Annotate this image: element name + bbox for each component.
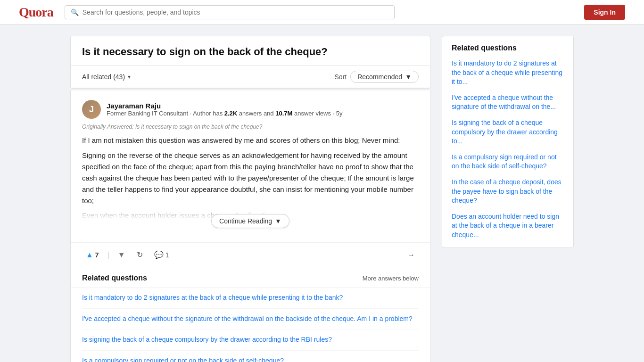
related-inside-title: Related questions bbox=[82, 274, 147, 282]
comment-button[interactable]: 💬 1 bbox=[150, 248, 173, 261]
share-arrow-icon: → bbox=[407, 251, 415, 259]
author-meta: Former Banking IT Consultant · Author ha… bbox=[107, 110, 343, 117]
all-related-label: All related (43) bbox=[82, 73, 125, 81]
search-bar: 🔍 bbox=[65, 5, 395, 19]
upvote-icon: ▲ bbox=[86, 251, 93, 259]
action-bar: ▲ 7 | ▼ ↻ 💬 1 → bbox=[71, 242, 430, 267]
related-sidebar-title: Related questions bbox=[452, 44, 564, 52]
author-row: J Jayaraman Raju Former Banking IT Consu… bbox=[82, 100, 419, 119]
upvote-button[interactable]: ▲ 7 bbox=[82, 249, 103, 261]
chevron-down-icon: ▾ bbox=[128, 74, 131, 80]
comment-count: 1 bbox=[165, 251, 169, 259]
all-related-filter[interactable]: All related (43) ▾ bbox=[82, 73, 131, 81]
related-inside-item-2[interactable]: I've accepted a cheque without the signa… bbox=[82, 309, 419, 330]
search-icon: 🔍 bbox=[71, 8, 79, 16]
sidebar-related-link-2[interactable]: I've accepted a cheque without the signa… bbox=[452, 93, 564, 112]
author-info: Jayaraman Raju Former Banking IT Consult… bbox=[107, 102, 343, 117]
answer-paragraph-1: If I am not mistaken this question was a… bbox=[82, 135, 419, 146]
related-inside-list: Is it mandatory to do 2 signatures at th… bbox=[71, 288, 430, 362]
answer-paragraph-2: Signing on the reverse of the cheque ser… bbox=[82, 150, 419, 206]
answer-text: If I am not mistaken this question was a… bbox=[82, 135, 419, 206]
more-answers-below: More answers below bbox=[363, 275, 419, 282]
answer-card: J Jayaraman Raju Former Banking IT Consu… bbox=[70, 90, 430, 267]
sidebar-related-link-3[interactable]: Is signing the back of a cheque compulso… bbox=[452, 118, 564, 146]
sort-chevron-icon: ▼ bbox=[405, 73, 412, 81]
sort-value: Recommended bbox=[357, 73, 402, 81]
question-card: Is it necessary to sign on the back of t… bbox=[70, 36, 430, 89]
related-inside-item-1[interactable]: Is it mandatory to do 2 signatures at th… bbox=[82, 288, 419, 309]
sort-label: Sort bbox=[335, 73, 347, 81]
answer-content: J Jayaraman Raju Former Banking IT Consu… bbox=[71, 90, 430, 242]
downvote-button[interactable]: ▼ bbox=[114, 249, 129, 261]
comment-icon: 💬 bbox=[154, 250, 164, 259]
filter-bar: All related (43) ▾ Sort Recommended ▼ bbox=[71, 66, 430, 88]
search-input[interactable] bbox=[83, 8, 388, 16]
header: Quora 🔍 Sign In bbox=[0, 0, 644, 25]
share-icon: ↻ bbox=[137, 250, 143, 259]
related-inside-card: Related questions More answers below Is … bbox=[70, 267, 430, 362]
downvote-icon: ▼ bbox=[118, 251, 125, 259]
right-column: Related questions Is it mandatory to do … bbox=[442, 36, 574, 362]
share-button[interactable]: ↻ bbox=[133, 248, 147, 261]
logo[interactable]: Quora bbox=[19, 5, 53, 20]
related-inside-header: Related questions More answers below bbox=[71, 267, 430, 288]
main-container: Is it necessary to sign on the back of t… bbox=[63, 25, 581, 362]
author-name[interactable]: Jayaraman Raju bbox=[107, 102, 343, 110]
sort-dropdown[interactable]: Recommended ▼ bbox=[350, 71, 419, 83]
sidebar-related-link-5[interactable]: In the case of a cheque deposit, does th… bbox=[452, 178, 564, 206]
sidebar-related-link-1[interactable]: Is it mandatory to do 2 signatures at th… bbox=[452, 59, 564, 87]
originally-answered: Originally Answered: Is it necessary to … bbox=[82, 123, 419, 130]
sidebar-related-link-6[interactable]: Does an account holder need to sign at t… bbox=[452, 212, 564, 240]
chevron-down-icon: ▼ bbox=[275, 217, 281, 225]
related-sidebar-card: Related questions Is it mandatory to do … bbox=[442, 36, 574, 248]
avatar: J bbox=[82, 100, 101, 119]
upvote-count: 7 bbox=[95, 251, 99, 259]
faded-text-container: Even when the account holder issues a ch… bbox=[82, 211, 419, 220]
related-inside-item-4[interactable]: Is a compulsory sign required or not on … bbox=[82, 351, 419, 362]
question-title: Is it necessary to sign on the back of t… bbox=[71, 36, 430, 66]
sidebar-related-link-4[interactable]: Is a compulsory sign required or not on … bbox=[452, 153, 564, 171]
continue-reading-button[interactable]: Continue Reading ▼ bbox=[211, 214, 289, 228]
header-right: Sign In bbox=[584, 5, 625, 20]
vote-divider: | bbox=[107, 251, 109, 259]
sign-in-button[interactable]: Sign In bbox=[584, 5, 625, 20]
more-options-button[interactable]: → bbox=[404, 249, 419, 261]
related-inside-item-3[interactable]: Is signing the back of a cheque compulso… bbox=[82, 329, 419, 351]
left-column: Is it necessary to sign on the back of t… bbox=[70, 36, 430, 362]
